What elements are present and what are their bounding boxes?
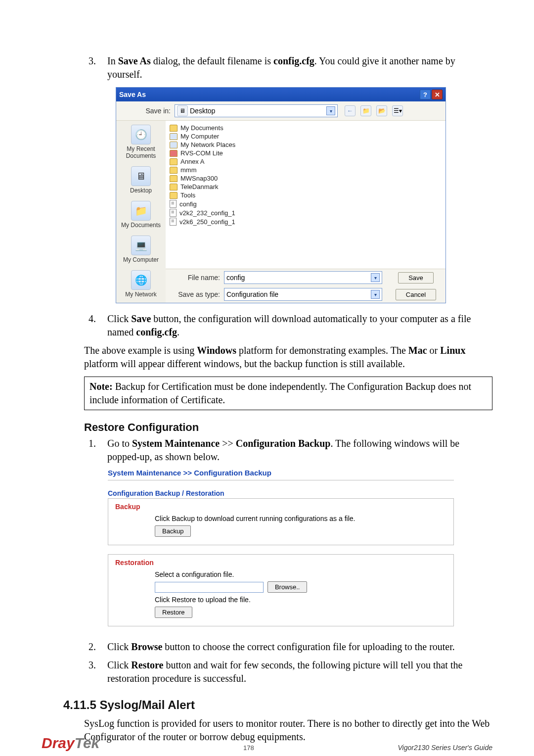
saveas-body: Save in: 🖥 Desktop ▾ ← 📁 📂 ☰▾ [116, 101, 445, 303]
file-row: Annex A [170, 157, 442, 166]
step4-bold2: config.cfg [136, 327, 177, 337]
savein-value: Desktop [190, 107, 215, 115]
backup-title: Backup [115, 503, 446, 511]
cancel-button[interactable]: Cancel [396, 289, 436, 300]
page-number: 178 [243, 744, 254, 752]
backup-button[interactable]: Backup [155, 525, 191, 537]
r1-prefix: Go to [107, 438, 132, 449]
restoration-desc2: Click Restore to upload the file. [155, 596, 446, 604]
place-mycomp-label: My Computer [116, 256, 166, 263]
saveas-dialog: Save As ? ✕ Save in: 🖥 Desktop ▾ ← [116, 87, 446, 303]
close-button[interactable]: ✕ [432, 90, 443, 99]
config-file-icon [170, 209, 177, 217]
restoration-title: Restoration [115, 559, 446, 567]
r3-bold1: Restore [131, 660, 163, 670]
page: In Save As dialog, the default filename … [0, 0, 534, 756]
file-label: mmm [180, 166, 197, 174]
place-recent[interactable]: 🕘 My Recent Documents [116, 125, 166, 164]
place-mydocs-label: My Documents [116, 222, 166, 229]
brand-logo: DrayTek [42, 735, 99, 752]
plat-prefix: The above example is using [84, 345, 197, 356]
folder-icon [170, 158, 178, 165]
plat-suffix: platform will appear different windows, … [84, 358, 405, 369]
saveas-title: Save As [119, 91, 146, 98]
ordered-list-1: In Save As dialog, the default filename … [42, 54, 492, 81]
up-one-level-icon[interactable]: 📁 [360, 105, 371, 116]
file-row: My Network Places [170, 141, 442, 149]
platform-paragraph: The above example is using Windows platf… [84, 344, 492, 371]
place-mynet[interactable]: 🌐 My Network [116, 270, 166, 303]
places-bar: 🕘 My Recent Documents 🖥 Desktop 📁 My Doc… [116, 121, 166, 303]
note-bold: Note: [89, 381, 113, 392]
file-row: config [170, 199, 442, 208]
restoration-desc1: Select a configuration file. [155, 570, 446, 578]
file-list[interactable]: My Documents My Computer My Network Plac… [166, 121, 445, 269]
note-text: Backup for Certification must be done in… [89, 381, 471, 405]
back-icon[interactable]: ← [345, 105, 356, 116]
save-button[interactable]: Save [398, 272, 434, 284]
file-path-input[interactable] [155, 582, 264, 593]
plat-mid2: or [427, 345, 441, 356]
step4-bold1: Save [131, 313, 151, 324]
restore-heading: Restore Configuration [84, 421, 492, 434]
savetype-value: Configuration file [226, 290, 278, 298]
section-heading: 4.11.5 Syslog/Mail Alert [63, 698, 492, 712]
logo-gray: Tek [75, 735, 100, 751]
r3-prefix: Click [107, 660, 131, 670]
plat-bold2: Mac [408, 345, 427, 356]
savein-label: Save in: [121, 107, 175, 115]
file-row: TeleDanmark [170, 183, 442, 191]
mycomp-icon: 💻 [131, 236, 151, 255]
filename-value: config [226, 274, 245, 282]
logo-red: Dray [42, 735, 75, 751]
cfg-breadcrumb: System Maintenance >> Configuration Back… [108, 469, 454, 480]
filename-row: File name: config ▾ Save [166, 269, 445, 286]
r1-mid1: >> [220, 438, 236, 449]
titlebar-buttons: ? ✕ [420, 90, 443, 99]
file-label: config [179, 200, 197, 208]
ordered-list-2: Click Save button, the configuration wil… [42, 312, 492, 339]
r1-bold2: Configuration Backup [236, 438, 331, 449]
views-icon[interactable]: ☰▾ [392, 105, 403, 116]
cfg-subtitle: Configuration Backup / Restoration [108, 489, 454, 497]
rvs-com-icon [170, 150, 178, 157]
place-desktop[interactable]: 🖥 Desktop [116, 166, 166, 199]
step3-text-prefix: In [107, 55, 118, 66]
page-footer: DrayTek 178 Vigor2130 Series User's Guid… [42, 735, 492, 752]
r2-suffix: button to choose the correct configurati… [162, 641, 455, 652]
list-item-restore3: Click Restore button and wait for few se… [98, 659, 492, 685]
file-label: My Documents [180, 124, 223, 132]
file-label: My Network Places [180, 141, 235, 148]
file-label: TeleDanmark [180, 183, 219, 190]
file-row: mmm [170, 166, 442, 174]
plat-mid1: platform for demonstrating examples. The [236, 345, 408, 356]
chevron-down-icon[interactable]: ▾ [371, 273, 380, 282]
filename-input[interactable]: config ▾ [224, 271, 382, 284]
step3-bold1: Save As [118, 55, 151, 66]
network-places-icon [170, 142, 178, 148]
step3-bold2: config.cfg [273, 55, 314, 66]
file-label: v2k2_232_config_1 [179, 209, 235, 217]
saveas-titlebar: Save As ? ✕ [116, 88, 445, 101]
new-folder-icon[interactable]: 📂 [376, 105, 387, 116]
chevron-down-icon[interactable]: ▾ [326, 106, 335, 115]
r1-bold1: System Maintenance [132, 438, 220, 449]
browse-button[interactable]: Browse.. [267, 581, 308, 593]
restore-button[interactable]: Restore [155, 607, 192, 618]
place-mycomp[interactable]: 💻 My Computer [116, 236, 166, 268]
restoration-panel: Restoration Select a configuration file.… [108, 554, 454, 626]
file-label: RVS-COM Lite [180, 149, 223, 157]
step4-suffix: . [177, 327, 179, 337]
r2-bold1: Browse [131, 641, 162, 652]
ordered-list-restore: Go to System Maintenance >> Configuratio… [42, 437, 492, 464]
folder-icon [170, 125, 178, 132]
file-row: v2k2_232_config_1 [170, 208, 442, 217]
savetype-combo[interactable]: Configuration file ▾ [224, 288, 382, 301]
place-mydocs[interactable]: 📁 My Documents [116, 201, 166, 234]
help-button[interactable]: ? [420, 90, 431, 99]
file-row: Tools [170, 191, 442, 199]
list-item-restore1: Go to System Maintenance >> Configuratio… [98, 437, 492, 464]
mydocs-icon: 📁 [131, 201, 151, 221]
savein-combo[interactable]: 🖥 Desktop ▾ [175, 104, 338, 117]
chevron-down-icon[interactable]: ▾ [371, 290, 380, 299]
